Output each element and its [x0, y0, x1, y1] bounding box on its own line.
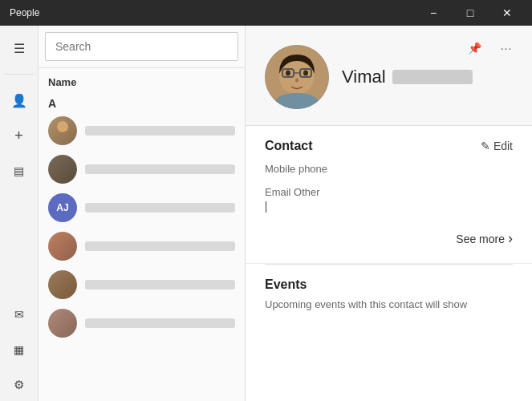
contact-header: Vimal 📌 ··· [246, 26, 532, 126]
title-bar: People − □ ✕ [0, 0, 532, 26]
mail-button[interactable]: ✉ [3, 298, 35, 330]
email-other-field: Email Other [265, 186, 513, 213]
contact-name-blur [85, 126, 235, 136]
detail-panel: Vimal 📌 ··· Contact [246, 26, 532, 401]
text-cursor [266, 201, 266, 213]
calendar-button[interactable]: ▦ [3, 334, 35, 366]
name-column-header: Name [48, 76, 76, 88]
close-button[interactable]: ✕ [489, 0, 526, 26]
search-input[interactable] [45, 32, 238, 61]
mobile-phone-label: Mobile phone [265, 163, 513, 175]
calendar-icon: ▦ [14, 343, 24, 356]
contact-section-title: Contact [265, 139, 313, 153]
filter-icon: ▤ [14, 164, 24, 177]
avatar [48, 270, 77, 299]
contact-list: A [39, 92, 245, 401]
email-other-label: Email Other [265, 186, 513, 198]
list-item[interactable] [39, 265, 245, 304]
settings-button[interactable]: ⚙ [3, 369, 35, 401]
person-icon-button[interactable]: 👤 [3, 84, 35, 116]
settings-icon: ⚙ [14, 378, 24, 392]
list-item[interactable] [39, 150, 245, 188]
contact-section-header: Contact ✎ Edit [265, 139, 513, 153]
app-title: People [10, 7, 39, 18]
avatar [48, 309, 77, 338]
svg-point-6 [303, 71, 308, 76]
mobile-phone-field: Mobile phone [265, 163, 513, 175]
alpha-label: A [39, 92, 245, 111]
list-item[interactable] [39, 304, 245, 342]
avatar [48, 232, 77, 261]
edit-pencil-icon: ✎ [481, 140, 490, 152]
contact-list-panel: Name A [39, 26, 246, 401]
avatar-image [265, 45, 329, 109]
add-contact-button[interactable]: + [3, 119, 35, 152]
see-more-label: See more [456, 233, 505, 245]
add-icon: + [14, 128, 23, 144]
avatar: AJ [48, 193, 77, 222]
edit-button[interactable]: ✎ Edit [481, 140, 513, 152]
events-section-title: Events [265, 277, 513, 292]
contact-section: Contact ✎ Edit Mobile phone Email Other [246, 126, 532, 264]
alpha-group-a: A [39, 92, 245, 342]
email-other-value [265, 200, 513, 213]
hamburger-icon: ☰ [14, 41, 25, 56]
see-more-row: See more › [265, 224, 513, 250]
events-section: Events Upcoming events with this contact… [246, 265, 532, 323]
pin-icon: 📌 [468, 42, 481, 55]
contact-name-blur [85, 241, 235, 251]
more-icon: ··· [501, 42, 513, 55]
contact-list-header: Name [39, 68, 245, 92]
avatar [48, 116, 77, 145]
contact-header-info: Vimal [342, 67, 473, 87]
contact-name-blur [85, 318, 235, 328]
minimize-button[interactable]: − [415, 0, 452, 26]
avatar [265, 45, 329, 109]
list-item[interactable]: AJ [39, 188, 245, 227]
events-description: Upcoming events with this contact will s… [265, 298, 513, 310]
sidebar-icons: ☰ 👤 + ▤ ✉ ▦ ⚙ [0, 26, 39, 401]
hamburger-menu-button[interactable]: ☰ [3, 32, 35, 64]
contact-first-name: Vimal [342, 67, 386, 87]
pin-button[interactable]: 📌 [461, 35, 487, 61]
chevron-right-icon: › [508, 230, 513, 247]
contact-name-blur [85, 203, 235, 213]
detail-header-actions: 📌 ··· [461, 35, 519, 61]
svg-point-7 [295, 79, 298, 83]
contact-name-blur [85, 280, 235, 290]
mail-icon: ✉ [14, 308, 24, 321]
avatar [48, 155, 77, 184]
search-bar [39, 26, 245, 68]
contact-last-name-blur [392, 70, 473, 84]
svg-point-5 [286, 71, 290, 76]
filter-button[interactable]: ▤ [3, 155, 35, 187]
list-item[interactable] [39, 227, 245, 265]
window-controls: − □ ✕ [415, 0, 526, 26]
contact-name-blur [85, 164, 235, 174]
see-more-button[interactable]: See more › [456, 230, 513, 247]
list-item[interactable] [39, 111, 245, 150]
person-icon: 👤 [11, 93, 27, 108]
maximize-button[interactable]: □ [452, 0, 489, 26]
contact-full-name: Vimal [342, 67, 473, 87]
edit-label: Edit [493, 140, 513, 152]
more-options-button[interactable]: ··· [493, 35, 519, 61]
divider [4, 74, 35, 75]
